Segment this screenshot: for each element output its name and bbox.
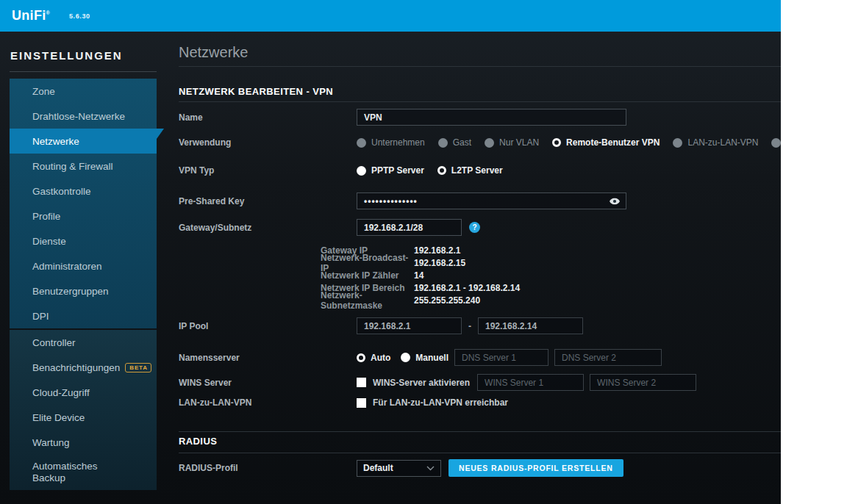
radio-l2tp-server[interactable]: L2TP Server [437,165,503,176]
divider [179,431,781,432]
info-value: 192.168.2.15 [414,258,465,268]
info-value: 192.168.2.1 [414,245,460,256]
sidebar-item-gastkontrolle[interactable]: Gastkontrolle [10,179,157,204]
pre-shared-key-input[interactable] [357,192,626,209]
radio-label: Auto [371,353,390,363]
section-title-radius: RADIUS [179,436,781,447]
divider [179,453,781,453]
radius-profile-select[interactable]: Default [357,460,441,477]
gateway-label: Gateway/Subnetz [179,223,357,233]
lan-vpn-label: LAN-zu-LAN-VPN [179,397,357,408]
sidebar-item-automatisches-backup[interactable]: Automatisches Backup [10,455,157,490]
radio-label: Nur VLAN [499,137,539,148]
sidebar-group-site: Zone Drahtlose-Netzwerke Netzwerke Routi… [10,79,157,328]
sidebar-item-dienste[interactable]: Dienste [10,228,157,253]
subnet-info-table: Gateway IP 192.168.2.1 Netzwerk-Broadcas… [321,244,520,306]
ip-pool-label: IP Pool [179,321,357,331]
nameserver-label: Namensserver [179,353,357,363]
sidebar-item-zone[interactable]: Zone [10,79,157,104]
radio-circle-icon [438,138,448,148]
info-row-broadcast-ip: Netzwerk-Broadcast-IP 192.168.2.15 [321,256,520,269]
sidebar-item-routing-firewall[interactable]: Routing & Firewall [10,154,157,179]
sidebar-item-netzwerke[interactable]: Netzwerke [10,129,157,154]
psk-label: Pre-Shared Key [179,196,357,206]
unifi-logo-text: UniFi [12,8,46,23]
settings-sidebar: EINSTELLUNGEN Zone Drahtlose-Netzwerke N… [0,32,169,504]
divider [179,66,781,67]
info-row-subnet-mask: Netzwerk-Subnetzmaske 255.255.255.240 [321,294,520,306]
info-label: Netzwerk-Subnetzmaske [321,290,414,311]
info-row-ip-count: Netzwerk IP Zähler 14 [321,269,520,281]
radio-dns-manuell[interactable]: Manuell [401,353,448,363]
radio-remote-benutzer-vpn[interactable]: Remote-Benutzer VPN [552,137,660,148]
radio-gast[interactable]: Gast [438,137,471,148]
unifi-app-window: UniFi® 5.6.30 EINSTELLUNGEN Zone Drahtlo… [0,0,781,504]
sidebar-item-label: Benachrichtigungen [32,362,120,373]
radio-vpn-endgeraet[interactable]: VPN Endgerät [771,137,781,148]
network-name-input[interactable] [357,109,626,126]
purpose-label: Verwendung [179,137,357,148]
sidebar-item-drahtlose-netzwerke[interactable]: Drahtlose-Netzwerke [10,104,157,129]
sidebar-item-administratoren[interactable]: Administratoren [10,253,157,278]
wins-server-2-input[interactable] [590,374,696,391]
ip-pool-range-dash: - [468,321,471,331]
radio-selected-icon [357,353,365,362]
radio-label: PPTP Server [371,165,424,176]
dns-server-1-input[interactable] [454,349,548,366]
sidebar-item-benachrichtigungen[interactable]: Benachrichtigungen BETA [10,355,157,380]
lan-vpn-checkbox[interactable] [357,398,366,408]
radio-selected-icon [437,166,446,175]
radius-profile-value: Default [363,463,393,473]
section-title-edit-network: NETZWERK BEARBEITEN - VPN [179,86,781,97]
chevron-down-icon [426,466,435,471]
radio-nur-vlan[interactable]: Nur VLAN [485,137,539,148]
beta-badge: BETA [125,363,151,372]
wins-server-1-input[interactable] [477,374,584,391]
sidebar-item-controller[interactable]: Controller [10,330,157,355]
radio-circle-icon [357,138,366,148]
name-label: Name [179,112,357,123]
info-value: 14 [414,270,424,281]
radio-dns-auto[interactable]: Auto [357,353,390,363]
radio-circle-icon [485,138,494,148]
version-label: 5.6.30 [69,12,90,20]
sidebar-item-profile[interactable]: Profile [10,204,157,228]
radio-label: LAN-zu-LAN-VPN [687,137,758,148]
dns-server-2-input[interactable] [554,349,662,366]
sidebar-item-cloud-zugriff[interactable]: Cloud-Zugriff [10,380,157,405]
content-panel: Netzwerke NETZWERK BEARBEITEN - VPN Name… [169,32,781,504]
sidebar-item-wartung[interactable]: Wartung [10,430,157,455]
wins-enable-checkbox[interactable] [357,378,366,387]
create-radius-profile-button[interactable]: NEUES RADIUS-PROFIL ERSTELLEN [448,459,623,477]
radio-selected-icon [552,138,561,147]
info-label: Netzwerk IP Zähler [321,270,414,281]
radio-label: Gast [453,137,471,148]
radio-lan-zu-lan-vpn[interactable]: LAN-zu-LAN-VPN [673,137,758,148]
info-value: 192.168.2.1 - 192.168.2.14 [414,283,520,293]
help-icon[interactable]: ? [469,222,480,233]
vpn-type-radio-group: PPTP Server L2TP Server [357,165,516,176]
radio-circle-icon [673,138,682,148]
ip-pool-end-input[interactable] [478,317,583,334]
radio-label: L2TP Server [451,165,503,176]
gateway-subnet-input[interactable] [357,219,462,236]
sidebar-item-benutzergruppen[interactable]: Benutzergruppen [10,278,157,303]
info-value: 255.255.255.240 [414,295,480,306]
radio-label: Manuell [415,353,448,363]
wins-label: WINS Server [179,378,357,388]
sidebar-title: EINSTELLUNGEN [10,49,169,62]
radio-pptp-server[interactable]: PPTP Server [357,165,424,176]
radio-unternehmen[interactable]: Unternehmen [357,137,425,148]
ip-pool-start-input[interactable] [357,317,462,334]
radio-label: Unternehmen [371,137,425,148]
divider [179,101,781,102]
sidebar-item-dpi[interactable]: DPI [10,303,157,328]
radio-circle-icon [357,166,366,176]
lan-vpn-checkbox-label: Für LAN-zu-LAN-VPN erreichbar [373,397,508,408]
show-password-eye-icon[interactable] [610,198,620,204]
top-bar: UniFi® 5.6.30 [0,0,781,32]
registered-mark: ® [46,10,50,15]
sidebar-item-elite-device[interactable]: Elite Device [10,405,157,430]
unifi-logo: UniFi® [12,8,50,24]
vpn-type-label: VPN Typ [179,165,357,176]
